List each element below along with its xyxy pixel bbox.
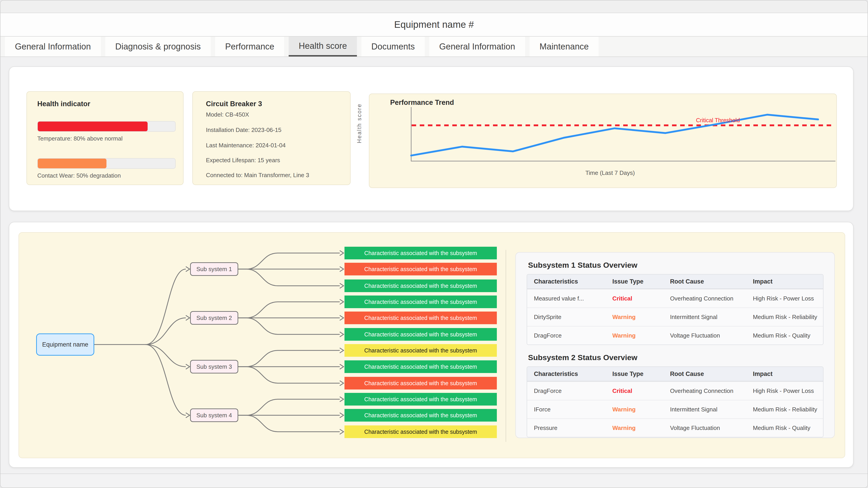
chart-y-axis-label: Health score — [356, 94, 363, 153]
cell-impact: High Risk - Power Loss — [746, 387, 823, 394]
cell-issue-type: Warning — [606, 332, 663, 339]
table-row: DragForceCriticalOverheating ConnectionH… — [527, 381, 823, 400]
table-row: DragForceWarningVoltage FluctuationMediu… — [527, 326, 823, 345]
performance-trend-chart: Critical ThresholdTime (Last 7 Days) — [369, 94, 837, 188]
footer-bar — [0, 474, 868, 488]
tab-maintenance[interactable]: Maintenance — [530, 37, 599, 57]
characteristic-bar-s4-3-warning[interactable]: Characteristic associated with the subsy… — [344, 425, 497, 438]
characteristic-bar-s1-3-ok[interactable]: Characteristic associated with the subsy… — [344, 280, 497, 292]
health-summary-section: Health indicator Temperature: 80% above … — [9, 66, 854, 211]
characteristic-bar-s3-2-ok[interactable]: Characteristic associated with the subsy… — [344, 360, 497, 373]
detail-line-connected-to: Connected to: Main Transformer, Line 3 — [206, 172, 309, 179]
cell-issue-type: Warning — [606, 314, 663, 321]
critical-threshold-label: Critical Threshold — [696, 117, 740, 123]
table-row: IForceWarningIntermittent SignalMedium R… — [527, 400, 823, 418]
table-header-row: CharacteristicsIssue TypeRoot CauseImpac… — [527, 274, 823, 289]
cell-root-cause: Intermittent Signal — [663, 314, 746, 321]
cell-impact: Medium Risk - Reliability — [746, 314, 823, 321]
cell-root-cause: Voltage Fluctuation — [663, 332, 746, 339]
subsystem-node-3[interactable]: Sub system 3 — [190, 360, 238, 373]
characteristic-bar-s4-1-ok[interactable]: Characteristic associated with the subsy… — [344, 393, 497, 405]
progress-fill — [38, 122, 148, 131]
progress-track-contact-wear — [37, 158, 176, 169]
characteristic-bar-s4-2-ok[interactable]: Characteristic associated with the subsy… — [344, 409, 497, 422]
subsystem-section: Equipment name Sub system 1Sub system 2S… — [9, 222, 854, 468]
diagram-tables-divider — [506, 250, 506, 442]
page-title: Equipment name # — [394, 19, 474, 30]
equipment-root-label: Equipment name — [42, 341, 88, 348]
column-header-impact: Impact — [746, 370, 823, 378]
cell-issue-type: Warning — [606, 424, 663, 431]
cell-characteristic: DragForce — [527, 332, 606, 339]
cell-issue-type: Critical — [606, 387, 663, 394]
tab-diagnosis-prognosis[interactable]: Diagnosis & prognosis — [105, 37, 211, 57]
equipment-details-card: Circuit Breaker 3 Model: CB-450XInstalla… — [192, 91, 350, 185]
progress-label: Contact Wear: 50% degradation — [37, 172, 121, 179]
characteristic-bar-s3-1-warning[interactable]: Characteristic associated with the subsy… — [344, 344, 497, 357]
subsystem-diagram-panel: Equipment name Sub system 1Sub system 2S… — [19, 232, 845, 458]
subsystem-node-4[interactable]: Sub system 4 — [190, 409, 238, 422]
cell-impact: Medium Risk - Reliability — [746, 406, 823, 413]
table-title-subsystem-2: Subsystem 2 Status Overview — [528, 353, 824, 362]
cell-characteristic: DirtySprite — [527, 314, 606, 321]
title-bar: Equipment name # — [0, 13, 868, 37]
tab-general-information[interactable]: General Information — [5, 37, 101, 57]
column-header-issue-type: Issue Type — [606, 278, 663, 285]
cell-issue-type: Warning — [606, 406, 663, 413]
detail-line-expected-lifespan: Expected Lifespan: 15 years — [206, 157, 280, 164]
equipment-root-node[interactable]: Equipment name — [36, 333, 94, 356]
cell-impact: Medium Risk - Quality — [746, 424, 823, 431]
cell-characteristic: IForce — [527, 406, 606, 413]
column-header-root-cause: Root Cause — [663, 370, 746, 378]
health-indicator-title: Health indicator — [37, 100, 90, 108]
cell-characteristic: Pressure — [527, 424, 606, 431]
characteristic-bar-s2-1-ok[interactable]: Characteristic associated with the subsy… — [344, 295, 497, 308]
status-overview-card: Subsystem 1 Status OverviewCharacteristi… — [515, 252, 835, 438]
cell-characteristic: Measured value f... — [527, 295, 606, 302]
app-window: Equipment name # General InformationDiag… — [0, 0, 868, 488]
column-header-characteristics: Characteristics — [527, 370, 606, 378]
tab-general-information-2[interactable]: General Information — [429, 37, 525, 57]
window-top-strip — [0, 0, 868, 13]
progress-track-temperature — [37, 121, 176, 132]
subsystem-node-2[interactable]: Sub system 2 — [190, 311, 238, 325]
equipment-details-title: Circuit Breaker 3 — [206, 100, 262, 108]
tab-health-score[interactable]: Health score — [289, 37, 357, 57]
column-header-root-cause: Root Cause — [663, 278, 746, 285]
subsystem-node-1[interactable]: Sub system 1 — [190, 262, 238, 276]
health-indicator-card: Health indicator Temperature: 80% above … — [26, 91, 184, 185]
cell-impact: High Risk - Power Loss — [746, 295, 823, 302]
detail-line-last-maintenance: Last Maintenance: 2024-01-04 — [206, 142, 286, 149]
characteristic-bar-s2-2-critical[interactable]: Characteristic associated with the subsy… — [344, 312, 497, 324]
cell-issue-type: Critical — [606, 295, 663, 302]
chart-x-axis-label: Time (Last 7 Days) — [585, 169, 635, 176]
table-title-subsystem-1: Subsystem 1 Status Overview — [528, 261, 824, 269]
characteristic-bar-s1-2-critical[interactable]: Characteristic associated with the subsy… — [344, 263, 497, 275]
table-header-row: CharacteristicsIssue TypeRoot CauseImpac… — [527, 367, 823, 381]
table-row: Measured value f...CriticalOverheating C… — [527, 289, 823, 307]
characteristic-bar-s2-3-ok[interactable]: Characteristic associated with the subsy… — [344, 328, 497, 341]
characteristic-bar-s1-1-ok[interactable]: Characteristic associated with the subsy… — [344, 247, 497, 259]
health-score-line — [411, 115, 818, 156]
cell-root-cause: Overheating Connection — [663, 387, 746, 394]
column-header-impact: Impact — [746, 278, 823, 285]
tab-bar: General InformationDiagnosis & prognosis… — [0, 37, 868, 57]
column-header-characteristics: Characteristics — [527, 278, 606, 285]
characteristic-bar-s3-3-critical[interactable]: Characteristic associated with the subsy… — [344, 377, 497, 390]
tab-performance[interactable]: Performance — [215, 37, 284, 57]
table-row: PressureWarningVoltage FluctuationMedium… — [527, 418, 823, 437]
tab-documents[interactable]: Documents — [362, 37, 425, 57]
progress-label: Temperature: 80% above normal — [37, 135, 123, 142]
performance-trend-card: Performance Trend Critical ThresholdTime… — [369, 94, 837, 188]
cell-root-cause: Overheating Connection — [663, 295, 746, 302]
table-row: DirtySpriteWarningIntermittent SignalMed… — [527, 307, 823, 326]
status-table-subsystem-2: CharacteristicsIssue TypeRoot CauseImpac… — [527, 366, 824, 437]
status-table-subsystem-1: CharacteristicsIssue TypeRoot CauseImpac… — [527, 274, 824, 345]
cell-root-cause: Voltage Fluctuation — [663, 424, 746, 431]
cell-root-cause: Intermittent Signal — [663, 406, 746, 413]
progress-fill — [38, 159, 106, 168]
detail-line-model: Model: CB-450X — [206, 111, 249, 118]
column-header-issue-type: Issue Type — [606, 370, 663, 378]
cell-impact: Medium Risk - Quality — [746, 332, 823, 339]
cell-characteristic: DragForce — [527, 387, 606, 394]
